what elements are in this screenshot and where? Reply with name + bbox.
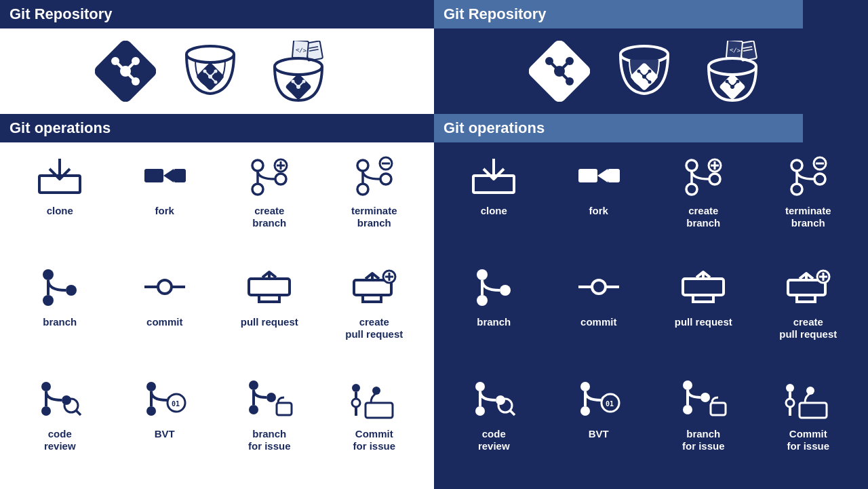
create-pull-request-label: create pull request: [779, 316, 837, 340]
svg-point-49: [43, 295, 54, 306]
svg-rect-137: [683, 279, 724, 295]
create-branch-icon: [242, 152, 296, 199]
fork-label: fork: [155, 205, 174, 217]
svg-point-37: [275, 174, 286, 184]
svg-text:01: 01: [172, 400, 180, 408]
pull-request-icon: [676, 263, 730, 311]
svg-point-79: [352, 384, 360, 392]
create-branch-icon: [676, 152, 730, 199]
op-item-fork: fork: [116, 152, 214, 256]
svg-point-16: [214, 70, 218, 73]
svg-point-156: [683, 380, 692, 390]
svg-point-7: [132, 57, 140, 65]
create-branch-label: create branch: [252, 205, 286, 229]
left-ops-grid: clone fork create branch terminate branc…: [0, 142, 434, 489]
svg-point-105: [709, 58, 756, 75]
right-repo-section: </>: [434, 28, 868, 114]
right-git-code-bucket-icon: </>: [698, 41, 773, 102]
bvt-icon: 01: [572, 375, 626, 423]
left-panel: Git Repository: [0, 0, 434, 489]
left-ops-header: Git operations: [0, 114, 434, 142]
svg-point-99: [648, 70, 652, 73]
op-item-bvt: 01 BVT: [116, 375, 214, 480]
svg-point-8: [186, 46, 234, 62]
svg-point-162: [786, 384, 794, 392]
svg-point-120: [709, 174, 720, 184]
svg-point-150: [580, 382, 590, 391]
op-item-code-review: code review: [445, 375, 543, 480]
commit-for-issue-label: Commit for issue: [787, 428, 829, 452]
branch-for-issue-icon: [242, 375, 296, 423]
code-review-icon: [33, 375, 87, 423]
op-item-terminate-branch: terminate branch: [326, 152, 424, 256]
branch-for-issue-icon: [676, 375, 730, 423]
svg-point-132: [477, 295, 488, 306]
svg-point-22: [275, 58, 322, 75]
fork-icon: [138, 152, 192, 199]
svg-point-73: [249, 380, 258, 390]
clone-label: clone: [481, 205, 507, 217]
op-item-branch: branch: [11, 263, 109, 368]
terminate-branch-label: terminate branch: [785, 205, 831, 229]
svg-point-68: [146, 406, 156, 416]
svg-rect-116: [608, 169, 620, 182]
svg-text:</>: </>: [730, 46, 742, 54]
op-item-clone: clone: [11, 152, 109, 256]
svg-text:</>: </>: [296, 46, 308, 54]
svg-point-90: [566, 57, 574, 65]
create-pull-request-icon: [347, 263, 401, 311]
svg-point-35: [252, 160, 263, 171]
op-item-create-pull-request: create pull request: [760, 263, 858, 368]
svg-point-36: [252, 184, 263, 195]
svg-point-42: [357, 160, 368, 171]
bvt-icon: 01: [138, 375, 192, 423]
create-pull-request-label: create pull request: [345, 316, 403, 340]
svg-point-131: [477, 269, 488, 280]
commit-for-issue-icon: [781, 375, 835, 423]
svg-point-126: [791, 184, 802, 195]
svg-point-133: [500, 285, 511, 296]
branch-label: branch: [43, 316, 77, 328]
pull-request-icon: [242, 263, 296, 311]
svg-point-163: [786, 399, 794, 407]
svg-point-53: [158, 280, 172, 294]
op-item-terminate-branch: terminate branch: [760, 152, 858, 256]
svg-point-74: [249, 405, 258, 414]
svg-line-66: [76, 410, 81, 415]
op-item-code-review: code review: [11, 375, 109, 480]
svg-point-80: [352, 399, 360, 407]
right-git-logo-icon: [529, 41, 590, 102]
svg-rect-160: [711, 403, 726, 415]
svg-point-62: [41, 406, 51, 416]
svg-line-149: [510, 410, 515, 415]
branch-icon: [467, 263, 521, 311]
op-item-create-branch: create branch: [654, 152, 753, 256]
svg-point-158: [701, 393, 710, 402]
svg-point-43: [357, 184, 368, 195]
branch-for-issue-label: branch for issue: [248, 428, 291, 452]
op-item-commit-for-issue: Commit for issue: [760, 375, 858, 480]
fork-icon: [572, 152, 626, 199]
svg-rect-33: [174, 169, 186, 182]
op-item-pull-request: pull request: [654, 263, 753, 368]
commit-label: commit: [146, 316, 182, 328]
right-ops-grid: clone fork create branch terminate branc…: [434, 142, 868, 489]
op-item-bvt: 01 BVT: [550, 375, 648, 480]
clone-icon: [467, 152, 521, 199]
branch-for-issue-label: branch for issue: [682, 428, 725, 452]
svg-point-48: [43, 269, 54, 280]
git-bucket-icon: [176, 41, 244, 102]
commit-label: commit: [580, 316, 616, 328]
svg-point-165: [806, 387, 814, 395]
clone-icon: [33, 152, 87, 199]
op-item-create-pull-request: create pull request: [326, 263, 424, 368]
terminate-branch-label: terminate branch: [351, 205, 397, 229]
right-repo-header: Git Repository: [434, 0, 803, 28]
right-ops-header-wrap: Git operations: [434, 114, 868, 142]
svg-rect-81: [366, 403, 393, 418]
code-review-label: code review: [44, 428, 76, 452]
svg-point-144: [475, 382, 485, 391]
svg-point-61: [41, 382, 51, 391]
op-item-branch: branch: [445, 263, 543, 368]
terminate-branch-icon: [781, 152, 835, 199]
